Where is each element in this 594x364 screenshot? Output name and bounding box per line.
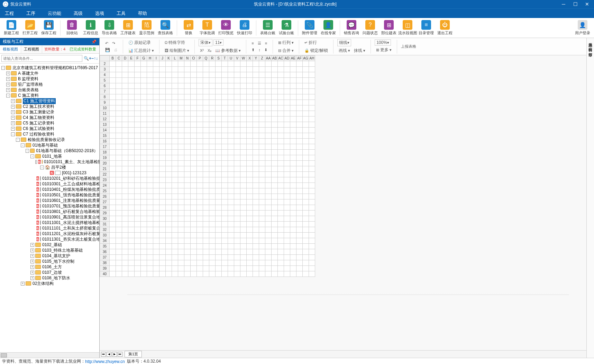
tree-node[interactable]: -0101_地基 [0,153,99,159]
cell[interactable] [290,172,296,177]
cell[interactable] [135,216,141,222]
cell[interactable] [178,260,184,266]
cell[interactable] [203,216,209,222]
row-header[interactable]: 38 [100,260,110,266]
tree-node[interactable]: +C1 施工管理资料 [0,98,99,104]
cell[interactable] [278,100,284,105]
cell[interactable] [141,211,147,216]
cell[interactable] [222,105,228,111]
cell[interactable] [197,100,203,105]
cell[interactable] [166,233,172,238]
cell[interactable] [303,72,309,78]
tree-toggle-icon[interactable]: - [26,149,29,153]
cell[interactable] [234,205,240,211]
cell[interactable] [178,150,184,155]
cell[interactable] [184,128,191,133]
cell[interactable] [191,249,197,255]
cell[interactable] [153,271,159,277]
cell[interactable] [284,89,290,94]
cell[interactable] [147,61,153,67]
cell[interactable] [228,83,234,89]
cell[interactable] [197,183,203,188]
cell[interactable] [191,205,197,211]
cell[interactable] [128,144,135,150]
cell[interactable] [128,155,135,161]
cell[interactable] [122,227,128,233]
cell[interactable] [116,222,122,227]
cell[interactable] [259,216,265,222]
cell[interactable] [110,249,116,255]
cell[interactable] [228,139,234,144]
tree-node[interactable]: +C6 施工试验资料 [0,126,99,131]
cell[interactable] [153,211,159,216]
cell[interactable] [265,249,272,255]
cell[interactable] [110,78,116,83]
cell[interactable] [172,183,178,188]
cell[interactable] [203,128,209,133]
dept-tbl-button[interactable]: ⊞部位建表 [380,20,398,36]
cell[interactable] [122,194,128,199]
fast-print-button[interactable]: 🖨快速打印 [235,20,254,36]
cell[interactable] [296,61,303,67]
cell[interactable] [159,244,166,249]
cell[interactable] [122,83,128,89]
cell[interactable] [172,177,178,183]
cell[interactable] [184,116,191,122]
cell[interactable] [116,211,122,216]
cell[interactable] [153,94,159,100]
cell[interactable] [265,89,272,94]
cell[interactable] [191,266,197,271]
cell[interactable] [284,116,290,122]
cell[interactable] [116,266,122,271]
cell[interactable] [259,172,265,177]
cell[interactable] [253,133,259,139]
cell[interactable] [166,150,172,155]
cell[interactable] [159,238,166,244]
col-header[interactable]: K [166,56,172,61]
cell[interactable] [309,78,315,83]
cell[interactable] [265,205,272,211]
cell[interactable] [228,111,234,116]
cell[interactable] [309,166,315,172]
cell[interactable] [272,72,278,78]
menu-工程[interactable]: 工程 [3,9,16,18]
cell[interactable] [216,177,222,183]
cell[interactable] [172,244,178,249]
special-char-button[interactable]: Ω 特殊字符 [163,39,186,46]
cell[interactable] [247,244,253,249]
cell[interactable] [222,89,228,94]
cell[interactable] [253,233,259,238]
cell[interactable] [216,222,222,227]
col-header[interactable]: O [191,56,197,61]
cell[interactable] [272,188,278,194]
tree-view[interactable]: -北京市建筑工程资料管理规程DB11/T695-2017+A 基建文件+B 监理… [0,64,99,352]
cell[interactable] [191,116,197,122]
cell[interactable] [216,211,222,216]
cell[interactable] [272,105,278,111]
cell[interactable] [191,255,197,260]
wrap-button[interactable]: ↵ 折行 [303,39,318,46]
cell[interactable] [303,177,309,183]
cell[interactable] [290,122,296,128]
cell[interactable] [216,116,222,122]
cell[interactable] [259,105,265,111]
cell[interactable] [216,78,222,83]
cell[interactable] [272,67,278,72]
print-icon[interactable]: 🖨 [112,47,119,53]
cell[interactable] [247,211,253,216]
cell[interactable] [209,67,216,72]
recycle-button[interactable]: 🗑回收站 [63,20,81,36]
cell[interactable] [265,133,272,139]
cell[interactable] [141,205,147,211]
cell[interactable] [122,199,128,205]
cell[interactable] [166,105,172,111]
cell[interactable] [122,150,128,155]
cell[interactable] [141,139,147,144]
cell[interactable] [172,222,178,227]
cell[interactable] [110,172,116,177]
cell[interactable] [116,116,122,122]
cell[interactable] [309,177,315,183]
cell[interactable] [290,166,296,172]
cell[interactable] [184,122,191,128]
cell[interactable] [153,194,159,199]
